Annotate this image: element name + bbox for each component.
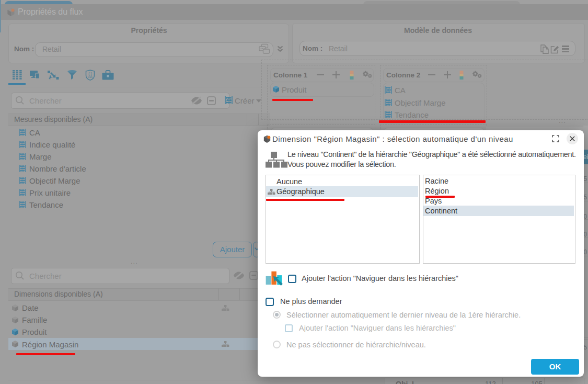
svg-text:CSS: CSS	[88, 76, 93, 78]
svg-text:{ }: { }	[88, 71, 93, 76]
